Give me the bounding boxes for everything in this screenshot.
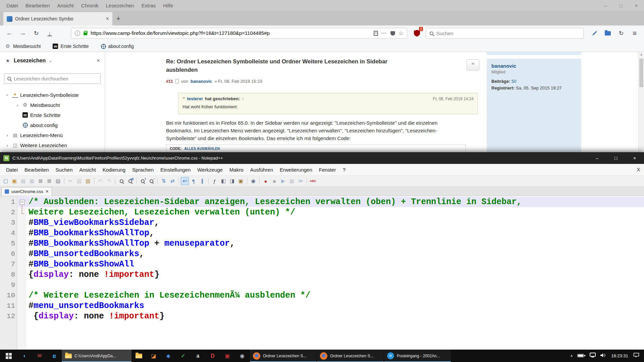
taskbar-app-icon-1[interactable]: ◐ — [17, 350, 32, 362]
tree-twisty-icon[interactable]: › — [5, 92, 10, 98]
find-icon[interactable] — [117, 177, 125, 185]
library-button[interactable] — [601, 28, 614, 39]
reload-button[interactable]: ↻ — [31, 28, 42, 39]
save-icon[interactable]: ▦ — [19, 177, 27, 185]
minimize-button[interactable]: – — [598, 0, 613, 11]
word-wrap-icon[interactable]: ↩ — [181, 177, 189, 185]
function-list-icon[interactable]: ƒ — [211, 177, 219, 185]
menu-lesezeichen[interactable]: Lesezeichen — [102, 3, 138, 8]
taskbar-window-firefox-2[interactable]: Ordner Lesezeichen S... — [317, 350, 384, 362]
show-all-characters-icon[interactable]: ¶ — [190, 177, 198, 185]
taskbar-app-icon-9[interactable]: ◉ — [235, 350, 250, 362]
sidebar-title[interactable]: Lesezeichen — [14, 58, 46, 64]
bookmark-erste-schritte[interactable]: mErste Schritte — [53, 44, 89, 49]
npp-menu-ansicht[interactable]: Ansicht — [76, 167, 99, 173]
bookmark-meistbesucht[interactable]: ⚙Meistbesucht — [5, 43, 41, 49]
npp-menu-bearbeiten[interactable]: Bearbeiten — [21, 167, 52, 173]
minimize-button[interactable]: – — [588, 152, 606, 164]
taskbar-app-icon-4[interactable]: ◆ — [161, 350, 176, 362]
taskbar-app-icon-3[interactable]: ◪ — [146, 350, 161, 362]
reader-mode-icon[interactable] — [374, 31, 378, 36]
forward-button[interactable]: → — [17, 28, 28, 39]
bookmark-star-icon[interactable]: ☆ — [398, 30, 404, 37]
sync-button[interactable]: ↻ — [614, 28, 628, 39]
tree-item-lesezeichen-men[interactable]: ›▤Lesezeichen-Menü — [0, 130, 105, 140]
npp-menu-werkzeuge[interactable]: Werkzeuge — [194, 167, 226, 173]
tree-twisty-icon[interactable]: › — [4, 133, 11, 138]
posts-count-link[interactable]: 50 — [512, 79, 516, 84]
taskbar-clock[interactable]: 16:23:31 — [610, 353, 629, 358]
notepadpp-titlebar[interactable]: N C:\Users\Andi\AppData\Roaming\Mozilla\… — [0, 152, 644, 164]
menu-datei[interactable]: Datei — [3, 3, 22, 8]
tab-close-icon[interactable]: × — [106, 16, 109, 22]
pocket-icon[interactable] — [390, 31, 395, 36]
close-all-icon[interactable]: ⊠ — [45, 177, 53, 185]
maximize-button[interactable]: □ — [606, 152, 625, 164]
sidebar-search-input[interactable] — [14, 76, 97, 81]
start-button[interactable] — [0, 350, 17, 362]
post-number-link[interactable]: #11 — [166, 79, 173, 84]
npp-menu-makro[interactable]: Makro — [226, 167, 247, 173]
tab-userchrome-css[interactable]: userChrome.css ✕ — [1, 187, 52, 196]
npp-menu-sprachen[interactable]: Sprachen — [129, 167, 157, 173]
open-file-icon[interactable]: ▣ — [10, 177, 18, 185]
fold-marker-icon[interactable] — [18, 207, 26, 218]
menu-hilfe[interactable]: Hilfe — [159, 3, 177, 8]
search-input[interactable] — [436, 31, 580, 36]
sidebar-close-icon[interactable]: × — [97, 57, 100, 64]
tray-expand-icon[interactable]: ∧ — [570, 354, 573, 358]
edit-bookmark-button[interactable] — [588, 28, 601, 39]
menu-button[interactable]: ≡ — [628, 28, 641, 39]
print-icon[interactable]: ▤ — [54, 177, 62, 185]
quote-jump-link[interactable]: ↑ — [242, 96, 244, 101]
tree-twisty-icon[interactable]: › — [4, 143, 11, 148]
notifications-icon[interactable] — [633, 353, 639, 359]
taskbar-window-explorer[interactable]: C:\Users\Andi\AppDa... — [62, 350, 131, 362]
menu-ansicht[interactable]: Ansicht — [54, 3, 77, 8]
network-icon[interactable] — [590, 353, 596, 359]
back-button[interactable]: ← — [4, 28, 15, 39]
document-switcher-icon[interactable]: ◨ — [228, 177, 236, 185]
fold-marker-icon[interactable] — [18, 197, 26, 207]
npp-menu-suchen[interactable]: Suchen — [52, 167, 76, 173]
tab-active[interactable]: Ordner Lesezeichen Symbo × — [3, 12, 112, 25]
close-file-icon[interactable]: ⊠ — [37, 177, 45, 185]
npp-menu-erweiterungen[interactable]: Erweiterungen — [276, 167, 316, 173]
document-map-icon[interactable]: ◧ — [219, 177, 227, 185]
zoom-out-icon[interactable]: − — [147, 177, 155, 185]
tree-item-erste-schritte[interactable]: mErste Schritte — [0, 110, 105, 120]
chevron-down-icon[interactable]: ⌄ — [49, 58, 52, 63]
ublock-button[interactable]: 1 — [411, 28, 423, 38]
redo-icon[interactable]: ↷ — [105, 177, 113, 185]
zoom-in-icon[interactable]: + — [139, 177, 147, 185]
tree-item-about-config[interactable]: about:config — [0, 120, 105, 130]
macro-play-icon[interactable]: ▶ — [279, 177, 287, 185]
battery-icon[interactable] — [577, 353, 585, 359]
taskbar-window-mail[interactable]: ✉Posteingang - 2002An... — [384, 350, 451, 362]
menu-bearbeiten[interactable]: Bearbeiten — [22, 3, 54, 8]
npp-menu-ausf-hren[interactable]: Ausführen — [247, 167, 276, 173]
replace-icon[interactable]: ab — [126, 177, 134, 185]
taskbar-app-icon-6[interactable]: a — [191, 350, 205, 362]
sidebar-search[interactable] — [4, 73, 101, 84]
tree-twisty-icon[interactable]: › — [14, 103, 21, 108]
scrollbar-up-icon[interactable]: ∧ — [639, 52, 644, 57]
taskbar-app-icon-8[interactable]: ▣ — [220, 350, 235, 362]
page-actions-icon[interactable]: ··· — [381, 31, 387, 36]
page-scrollbar[interactable]: ∧ — [638, 52, 644, 152]
taskbar-app-icon-5[interactable]: ✓ — [176, 350, 191, 362]
npp-menu-item-12[interactable]: ? — [339, 167, 349, 173]
notepadpp-menu-close-icon[interactable]: X — [637, 167, 640, 172]
paste-icon[interactable]: ▧ — [84, 177, 92, 185]
new-tab-button[interactable]: + — [112, 13, 124, 25]
maximize-button[interactable]: □ — [613, 0, 629, 11]
npp-menu-fenster[interactable]: Fenster — [316, 167, 339, 173]
lock-icon[interactable] — [84, 33, 87, 35]
taskbar-window-firefox-1[interactable]: Ordner Lesezeichen S... — [250, 350, 317, 362]
taskbar-edge-icon[interactable]: e — [47, 350, 62, 362]
macro-run-multiple-icon[interactable]: ≫ — [297, 177, 305, 185]
code-editor[interactable]: 1/* Ausblenden: Lesezeichen-Sidebar anze… — [0, 196, 644, 350]
npp-menu-datei[interactable]: Datei — [3, 167, 21, 173]
close-button[interactable]: × — [625, 152, 644, 164]
tree-item-weitere-lesezeichen[interactable]: ›◫Weitere Lesezeichen — [0, 140, 105, 150]
